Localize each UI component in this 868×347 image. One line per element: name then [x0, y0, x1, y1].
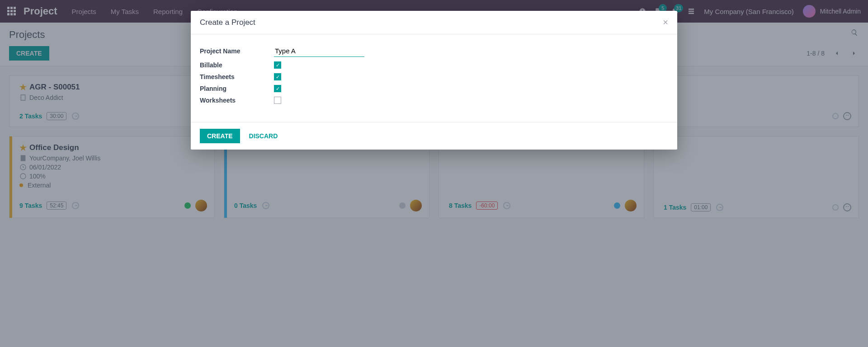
billable-label: Billable [200, 61, 274, 69]
worksheets-checkbox[interactable] [274, 97, 281, 104]
planning-label: Planning [200, 85, 274, 92]
modal-discard-button[interactable]: DISCARD [249, 132, 278, 140]
planning-checkbox[interactable] [274, 85, 281, 92]
worksheets-label: Worksheets [200, 97, 274, 104]
create-project-modal: Create a Project × Project Name Billable… [191, 11, 677, 150]
modal-title: Create a Project [200, 18, 255, 27]
timesheets-label: Timesheets [200, 73, 274, 80]
project-name-label: Project Name [200, 47, 274, 55]
project-name-input[interactable] [274, 45, 364, 57]
billable-checkbox[interactable] [274, 61, 281, 69]
close-icon[interactable]: × [663, 17, 668, 28]
modal-overlay[interactable]: Create a Project × Project Name Billable… [0, 0, 868, 347]
timesheets-checkbox[interactable] [274, 73, 281, 80]
modal-create-button[interactable]: CREATE [200, 129, 240, 143]
